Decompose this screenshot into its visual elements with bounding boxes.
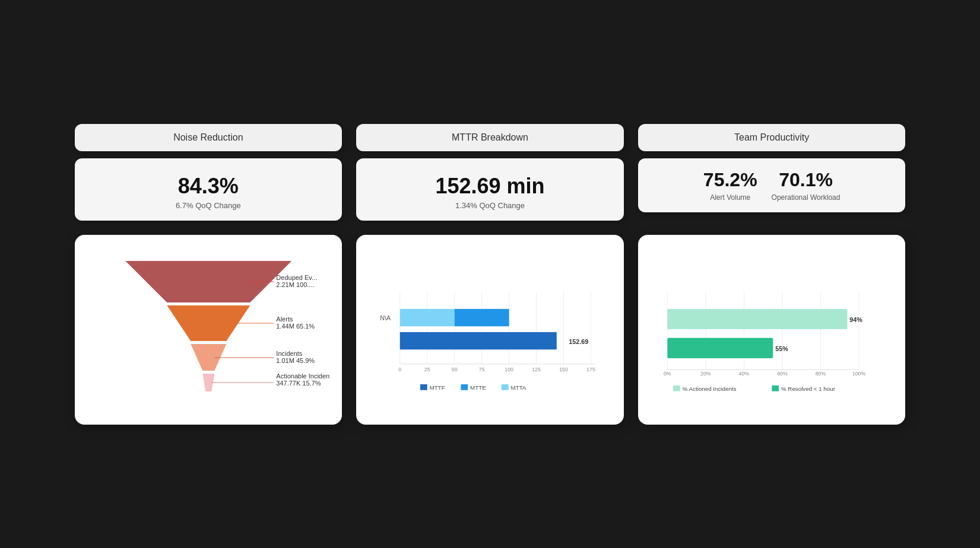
team-productivity-value-card: 75.2% Alert Volume 70.1% Operational Wor…	[638, 158, 906, 212]
funnel-label3-value: 1.01M 45.9%	[276, 357, 315, 364]
legend-mttf-icon	[420, 384, 427, 390]
funnel-label4-value: 347.77K 15.7%	[276, 380, 321, 387]
noise-reduction-title: Noise Reduction	[173, 132, 243, 142]
hbar-bar2-value: 55%	[775, 345, 788, 352]
legend-mtte-icon	[461, 384, 468, 390]
mttr-title: MTTR Breakdown	[452, 132, 528, 142]
funnel-label1-name: Deduped Ev...	[276, 274, 317, 281]
funnel-label2-name: Alerts	[276, 316, 293, 323]
dashboard: Noise Reduction 84.3% 6.7% QoQ Change MT…	[75, 124, 906, 425]
bar-mtte	[455, 308, 509, 326]
bar-chart-svg: N\A 0 25 50 75 100 125 150	[368, 249, 612, 415]
hbar-chart-container: 0% 20% 40% 60% 80% 100% 94%	[650, 249, 894, 415]
hbar-legend2-label: % Resolved < 1 hour	[781, 385, 836, 391]
noise-reduction-title-card: Noise Reduction	[75, 124, 342, 151]
x-tick-125: 125	[532, 367, 541, 372]
legend-mttf-label: MTTF	[430, 384, 445, 390]
mttr-value-card: 152.69 min 1.34% QoQ Change	[356, 158, 624, 221]
bar-chart-container: N\A 0 25 50 75 100 125 150	[368, 249, 612, 415]
funnel-label2-value: 1.44M 65.1%	[276, 323, 315, 330]
hbar-x-40: 40%	[738, 371, 749, 377]
mttr-section: MTTR Breakdown 152.69 min 1.34% QoQ Chan…	[356, 124, 624, 221]
x-tick-175: 175	[586, 367, 595, 372]
hbar-bar1	[667, 308, 847, 329]
x-tick-100: 100	[505, 367, 513, 372]
hbar-legend1-label: % Actioned Incidents	[683, 385, 737, 391]
noise-reduction-sub: 6.7% QoQ Change	[89, 201, 328, 210]
hbar-x-80: 80%	[815, 371, 826, 377]
team-productivity-title: Team Productivity	[734, 132, 809, 142]
mttr-sub: 1.34% QoQ Change	[370, 201, 610, 210]
bar-value-label: 152.69	[569, 337, 588, 345]
x-tick-150: 150	[559, 367, 568, 372]
operational-workload-value: 70.1%	[772, 169, 841, 191]
mttr-title-card: MTTR Breakdown	[356, 124, 624, 151]
team-productivity-values: 75.2% Alert Volume 70.1% Operational Wor…	[652, 169, 892, 202]
hbar-chart-svg: 0% 20% 40% 60% 80% 100% 94%	[650, 249, 894, 415]
hbar-x-100: 100%	[852, 371, 866, 377]
mttr-value: 152.69 min	[370, 174, 610, 199]
funnel-label1-value: 2.21M 100....	[276, 281, 314, 288]
legend-mtte-label: MTTE	[470, 384, 486, 390]
hbar-chart-card: 0% 20% 40% 60% 80% 100% 94%	[638, 235, 906, 425]
y-axis-label: N\A	[380, 314, 392, 321]
operational-workload-item: 70.1% Operational Workload	[772, 169, 841, 202]
hbar-bar1-value: 94%	[849, 316, 862, 323]
funnel-svg: Deduped Ev... 2.21M 100.... Alerts 1.44M…	[87, 249, 331, 415]
funnel-container: Deduped Ev... 2.21M 100.... Alerts 1.44M…	[87, 249, 331, 415]
bar-mtta	[400, 308, 455, 326]
legend-mtta-icon	[502, 384, 509, 390]
hbar-legend1-icon	[673, 385, 680, 391]
bar-mttf	[400, 332, 557, 349]
x-tick-50: 50	[452, 367, 458, 372]
hbar-legend2-icon	[772, 385, 779, 391]
funnel-label4-name: Actionable Incidents	[276, 372, 330, 380]
operational-workload-label: Operational Workload	[772, 193, 841, 202]
x-tick-0: 0	[398, 367, 401, 372]
noise-reduction-value-card: 84.3% 6.7% QoQ Change	[75, 158, 342, 221]
noise-reduction-section: Noise Reduction 84.3% 6.7% QoQ Change	[75, 124, 342, 221]
alert-volume-value: 75.2%	[703, 169, 757, 191]
team-productivity-title-card: Team Productivity	[638, 124, 906, 151]
hbar-x-60: 60%	[777, 371, 788, 377]
alert-volume-item: 75.2% Alert Volume	[703, 169, 757, 202]
hbar-bar2	[667, 337, 773, 358]
team-productivity-section: Team Productivity 75.2% Alert Volume 70.…	[638, 124, 906, 221]
x-tick-25: 25	[424, 367, 430, 372]
funnel-label3-name: Incidents	[276, 350, 303, 357]
hbar-x-0: 0%	[664, 371, 671, 377]
funnel-chart-card: Deduped Ev... 2.21M 100.... Alerts 1.44M…	[75, 235, 342, 425]
alert-volume-label: Alert Volume	[703, 193, 757, 202]
hbar-x-20: 20%	[700, 371, 711, 377]
x-tick-75: 75	[479, 367, 485, 372]
mttr-chart-card: N\A 0 25 50 75 100 125 150	[356, 235, 624, 425]
legend-mtta-label: MTTA	[511, 384, 527, 390]
noise-reduction-value: 84.3%	[89, 174, 328, 199]
